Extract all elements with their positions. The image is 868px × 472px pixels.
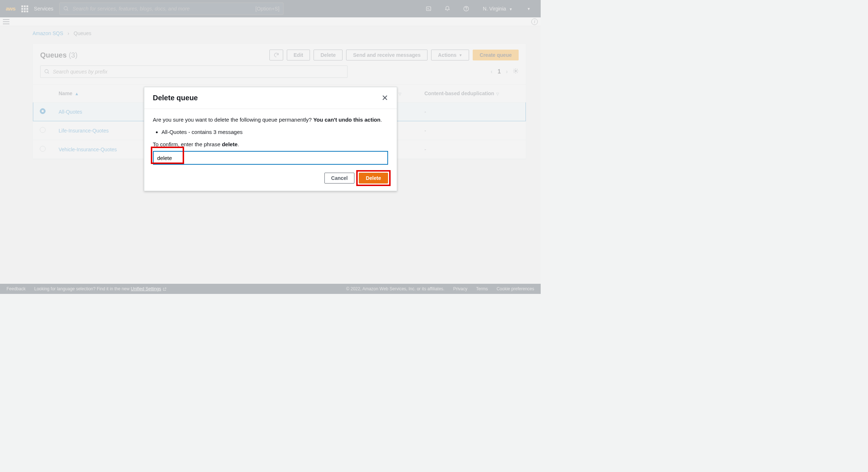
modal-phrase-label: To confirm, enter the phrase <box>153 141 222 147</box>
confirm-delete-input[interactable] <box>153 151 388 165</box>
delete-queue-modal: Delete queue ✕ Are you sure you want to … <box>144 87 397 191</box>
confirm-delete-button[interactable]: Delete <box>359 173 388 184</box>
modal-footer: Cancel Delete <box>144 167 397 191</box>
modal-close-button[interactable]: ✕ <box>382 94 388 102</box>
modal-body: Are you sure you want to delete the foll… <box>144 109 397 167</box>
modal-title: Delete queue <box>153 94 198 102</box>
modal-queue-item: All-Quotes - contains 3 messages <box>162 128 388 136</box>
modal-confirm-text: Are you sure you want to delete the foll… <box>153 117 314 123</box>
modal-header: Delete queue ✕ <box>144 87 397 109</box>
modal-warning-text: You can't undo this action <box>313 117 380 123</box>
modal-phrase-keyword: delete <box>222 141 237 147</box>
cancel-button[interactable]: Cancel <box>324 173 355 184</box>
